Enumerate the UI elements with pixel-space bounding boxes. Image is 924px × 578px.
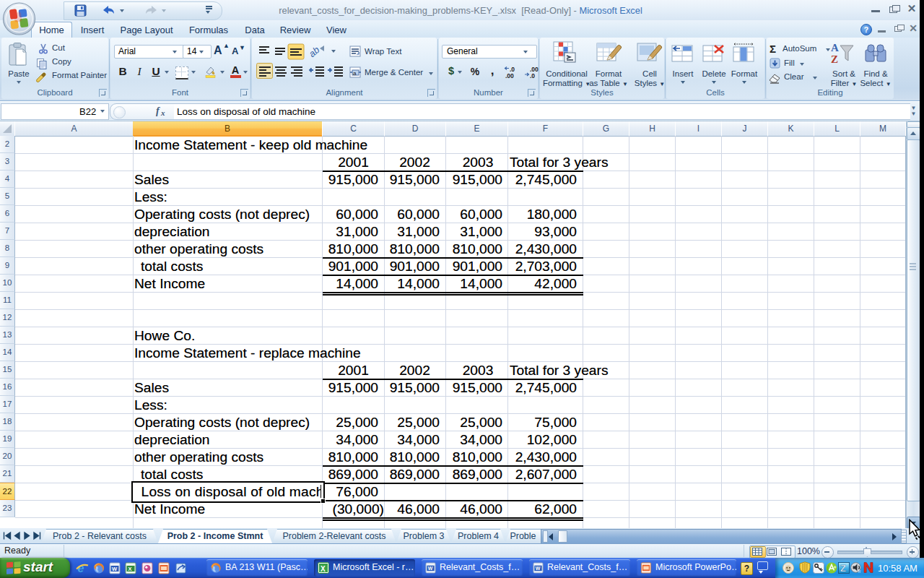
- svg-text:.0: .0: [530, 72, 535, 79]
- svg-text:Z: Z: [831, 53, 838, 65]
- svg-text:rl: rl: [858, 569, 861, 574]
- svg-text:X: X: [128, 566, 132, 572]
- svg-text:W: W: [112, 566, 118, 572]
- svg-text:a: a: [353, 70, 357, 77]
- svg-text:W: W: [536, 566, 541, 571]
- svg-text:ab: ab: [308, 44, 321, 59]
- svg-text:A: A: [831, 42, 839, 53]
- svg-text:W: W: [428, 566, 433, 571]
- svg-text:X: X: [321, 565, 326, 573]
- svg-text:.00: .00: [505, 72, 514, 79]
- svg-text:Z: Z: [840, 563, 846, 574]
